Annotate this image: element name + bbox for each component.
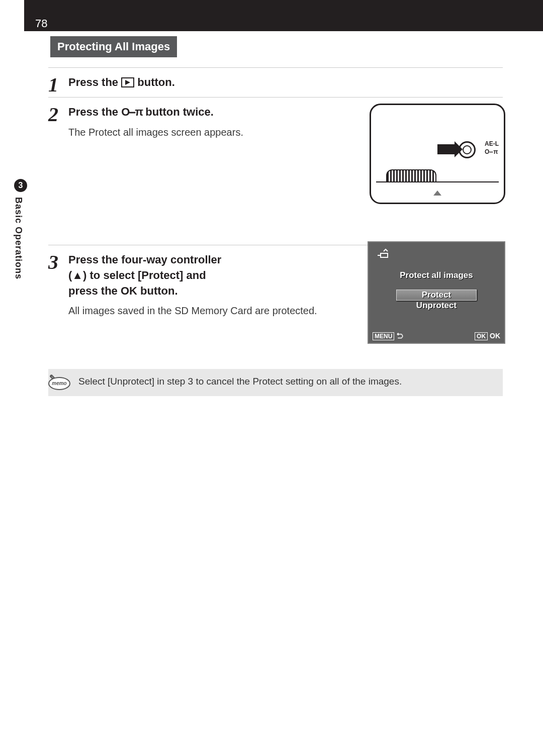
lcd-ok-label: OK OK bbox=[475, 332, 500, 340]
camera-button-labels: AE-L O‒π bbox=[485, 140, 499, 156]
memo-icon: ✎ memo bbox=[48, 374, 70, 391]
camera-illustration: AE-L O‒π bbox=[370, 104, 505, 204]
arrow-icon bbox=[437, 144, 456, 154]
step-number: 1 bbox=[48, 75, 68, 95]
chapter-tab: 3 Basic Operations bbox=[13, 179, 28, 279]
step-number: 3 bbox=[48, 252, 68, 365]
lcd-option-unprotect: Unprotect bbox=[369, 301, 504, 311]
chapter-number: 3 bbox=[14, 179, 27, 192]
playback-icon bbox=[121, 77, 134, 87]
step-title: Press the button. bbox=[68, 75, 498, 90]
lcd-title: Protect all images bbox=[369, 270, 504, 280]
protect-key-icon: O‒π bbox=[121, 106, 142, 118]
camera-protect-button bbox=[459, 141, 476, 158]
ok-icon: OK bbox=[121, 285, 137, 297]
section-heading: Protecting All Images bbox=[50, 36, 177, 57]
lcd-screen: Protect all images Protect Unprotect MEN… bbox=[368, 241, 505, 344]
step-number: 2 bbox=[48, 105, 68, 243]
triangle-icon bbox=[433, 191, 441, 196]
camera-base bbox=[376, 181, 499, 199]
step-1: 1 Press the button. bbox=[48, 67, 503, 95]
card-icon bbox=[377, 248, 390, 261]
chapter-label: Basic Operations bbox=[13, 197, 24, 279]
memo-box: Select [Unprotect] in step 3 to cancel t… bbox=[48, 369, 503, 396]
page-number: 78 bbox=[35, 17, 47, 30]
header-bar bbox=[24, 0, 543, 31]
lcd-menu-label: MENU ⮌ bbox=[373, 332, 403, 340]
camera-dial bbox=[386, 169, 436, 181]
memo-text: Select [Unprotect] in step 3 to cancel t… bbox=[78, 376, 495, 387]
lcd-option-protect: Protect bbox=[396, 290, 477, 301]
